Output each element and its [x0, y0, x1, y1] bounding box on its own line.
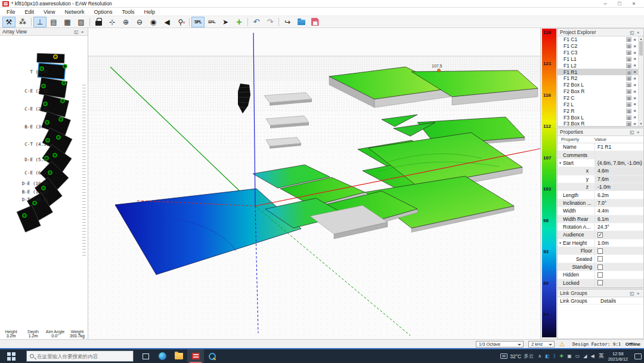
battery-icon[interactable]: ▭: [575, 353, 580, 359]
3d-viewport[interactable]: 107.5: [88, 28, 540, 339]
camera-icon[interactable]: ▣: [567, 353, 572, 359]
import-button[interactable]: ↪: [281, 17, 294, 27]
spl-probe-marker[interactable]: [438, 69, 441, 72]
property-value[interactable]: [595, 231, 643, 238]
taskbar-search[interactable]: [26, 350, 134, 362]
property-row[interactable]: Length 6.2m: [558, 191, 643, 199]
mute-toggle-icon[interactable]: ▦: [626, 76, 631, 81]
delete-item-icon[interactable]: ×: [633, 89, 636, 94]
close-panel-icon[interactable]: ×: [635, 291, 641, 296]
property-value[interactable]: 1.0m: [595, 239, 643, 247]
tray-app-icon[interactable]: ◧: [545, 353, 550, 359]
link-groups-list[interactable]: [558, 304, 643, 339]
property-value[interactable]: 6.2m: [595, 191, 643, 198]
project-explorer-item[interactable]: F2 L ▦ ×: [558, 101, 638, 107]
aiming-button[interactable]: ➤: [219, 17, 232, 27]
project-explorer-scrollbar[interactable]: ▲ ▼: [638, 36, 643, 126]
action-center-icon[interactable]: [634, 353, 642, 359]
delete-item-icon[interactable]: ×: [633, 56, 636, 61]
edge-browser-button[interactable]: [154, 349, 171, 363]
mute-toggle-icon[interactable]: ▦: [626, 37, 631, 42]
checkbox[interactable]: [597, 232, 603, 238]
lock-button[interactable]: [92, 17, 105, 27]
mute-toggle-icon[interactable]: ▦: [626, 57, 631, 61]
property-row[interactable]: Comments: [558, 151, 643, 159]
expander-icon[interactable]: ▾: [558, 241, 563, 245]
checkbox[interactable]: [597, 256, 603, 262]
property-value[interactable]: 4.6m: [595, 167, 643, 174]
property-row[interactable]: Inclination ... 7.0°: [558, 199, 643, 207]
mute-toggle-icon[interactable]: ▦: [626, 63, 631, 68]
browser-app-button[interactable]: [204, 349, 221, 363]
delete-item-icon[interactable]: ×: [633, 69, 636, 75]
chart-view-button-3[interactable]: ▨: [75, 17, 88, 27]
weather-widget[interactable]: 32°C 多云: [500, 353, 534, 360]
property-row[interactable]: Hidden: [558, 271, 643, 279]
delete-item-icon[interactable]: ×: [633, 96, 636, 101]
separator[interactable]: [88, 17, 91, 27]
project-explorer-item[interactable]: F1 C3 ▦ ×: [558, 50, 638, 56]
float-panel-icon[interactable]: ◱: [73, 29, 79, 35]
property-value[interactable]: 24.3°: [595, 223, 643, 230]
property-value[interactable]: [595, 151, 643, 158]
chart-view-button-1[interactable]: ▤: [47, 17, 60, 27]
delete-item-icon[interactable]: ×: [633, 82, 636, 88]
float-panel-icon[interactable]: ◱: [629, 130, 635, 135]
property-row[interactable]: Width Rear 6.1m: [558, 216, 643, 223]
scroll-down-icon[interactable]: ▼: [639, 122, 643, 125]
property-row[interactable]: Floor: [558, 247, 643, 255]
taskbar-clock[interactable]: 12:58 2021/6/12: [608, 351, 628, 362]
undo-button[interactable]: ↶: [250, 17, 263, 27]
ime-indicator[interactable]: 英: [599, 352, 604, 360]
add-button[interactable]: +: [233, 17, 246, 27]
delete-item-icon[interactable]: ×: [633, 63, 636, 68]
mute-toggle-icon[interactable]: ▦: [626, 121, 631, 126]
menu-item[interactable]: Network: [60, 8, 88, 16]
delete-item-icon[interactable]: ×: [633, 101, 636, 107]
scroll-thumb[interactable]: [639, 41, 643, 56]
property-row[interactable]: x 4.6m: [558, 167, 643, 175]
property-row[interactable]: Rotation A... 24.3°: [558, 223, 643, 231]
checkbox[interactable]: [597, 280, 603, 285]
eaw-resolution-button[interactable]: [187, 349, 204, 363]
property-value[interactable]: 6.1m: [595, 216, 643, 223]
property-row[interactable]: Name F1 R1: [558, 143, 643, 151]
pan-button[interactable]: ⊹: [106, 17, 119, 27]
menu-item[interactable]: View: [39, 8, 59, 16]
project-explorer-item[interactable]: F1 L1 ▦ ×: [558, 56, 638, 63]
property-value[interactable]: [595, 255, 643, 262]
separator[interactable]: [188, 17, 191, 27]
frequency-select[interactable]: 2 kHz: [528, 341, 555, 347]
zoom-in-button[interactable]: ⊕: [119, 17, 132, 27]
maximize-button[interactable]: □: [617, 1, 623, 7]
property-value[interactable]: (4.6m, 7.6m, -1.0m): [595, 159, 643, 167]
project-explorer-item[interactable]: F1 L2 ▦ ×: [558, 62, 638, 69]
volume-icon[interactable]: ◀: [590, 353, 594, 359]
property-value[interactable]: 7.6m: [595, 176, 643, 183]
mute-toggle-icon[interactable]: ▦: [626, 82, 631, 87]
antivirus-icon[interactable]: ✚: [559, 353, 564, 359]
project-explorer-header[interactable]: Project Explorer ◱ ×: [558, 29, 643, 36]
top-pickup-marker[interactable]: [54, 55, 57, 59]
property-row[interactable]: Standing: [558, 263, 643, 271]
property-row[interactable]: Seated: [558, 255, 643, 263]
delete-item-icon[interactable]: ×: [633, 108, 636, 113]
property-value[interactable]: [595, 279, 643, 287]
mute-toggle-icon[interactable]: ▦: [626, 102, 631, 107]
mute-toggle-icon[interactable]: ▦: [626, 89, 631, 94]
property-row[interactable]: ▾ Ear Height 1.0m: [558, 239, 643, 247]
zoom-out-button[interactable]: ⊖: [133, 17, 146, 27]
chart-view-button-2[interactable]: ▦: [61, 17, 74, 27]
delete-item-icon[interactable]: ×: [633, 121, 636, 126]
menu-item[interactable]: Help: [140, 8, 159, 16]
checkbox[interactable]: [597, 272, 603, 278]
property-value[interactable]: -1.0m: [595, 183, 643, 190]
project-explorer-item[interactable]: F1 R2 ▦ ×: [558, 75, 638, 82]
menu-item[interactable]: Edit: [21, 8, 39, 16]
network-tree-button[interactable]: ⁂: [16, 17, 29, 27]
separator[interactable]: [246, 17, 249, 27]
mute-toggle-icon[interactable]: ▦: [626, 109, 631, 113]
float-panel-icon[interactable]: ◱: [629, 30, 635, 35]
property-row[interactable]: Width 4.4m: [558, 207, 643, 215]
property-value[interactable]: [595, 271, 643, 278]
